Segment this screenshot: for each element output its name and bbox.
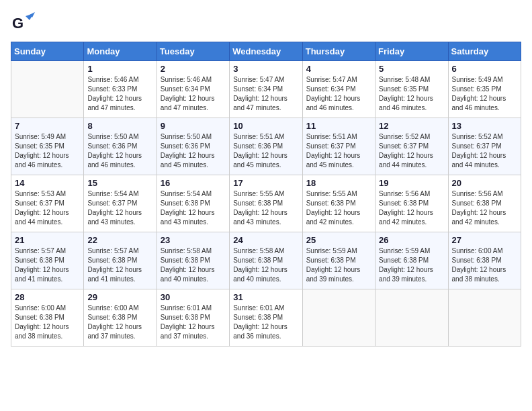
- calendar-cell: 8Sunrise: 5:50 AM Sunset: 6:36 PM Daylig…: [84, 118, 157, 175]
- calendar-header-row: SundayMondayTuesdayWednesdayThursdayFrid…: [11, 42, 521, 61]
- day-info: Sunrise: 5:51 AM Sunset: 6:37 PM Dayligh…: [306, 132, 371, 170]
- day-info: Sunrise: 5:47 AM Sunset: 6:34 PM Dayligh…: [233, 75, 298, 113]
- day-number: 27: [452, 235, 517, 245]
- day-number: 24: [233, 235, 298, 245]
- day-header-saturday: Saturday: [448, 42, 521, 61]
- calendar-cell: 9Sunrise: 5:50 AM Sunset: 6:36 PM Daylig…: [157, 118, 229, 175]
- day-number: 9: [161, 121, 226, 131]
- calendar-body: 1Sunrise: 5:46 AM Sunset: 6:33 PM Daylig…: [11, 61, 521, 347]
- day-number: 23: [161, 235, 226, 245]
- day-header-tuesday: Tuesday: [157, 42, 229, 61]
- calendar-cell: 2Sunrise: 5:46 AM Sunset: 6:34 PM Daylig…: [157, 61, 229, 118]
- day-number: 4: [306, 64, 371, 74]
- calendar-week-row: 14Sunrise: 5:53 AM Sunset: 6:37 PM Dayli…: [11, 175, 521, 232]
- day-info: Sunrise: 5:57 AM Sunset: 6:38 PM Dayligh…: [87, 246, 152, 284]
- day-number: 30: [161, 292, 226, 302]
- calendar-cell: 25Sunrise: 5:59 AM Sunset: 6:38 PM Dayli…: [302, 232, 375, 289]
- calendar-cell: 27Sunrise: 6:00 AM Sunset: 6:38 PM Dayli…: [448, 232, 521, 289]
- day-info: Sunrise: 5:49 AM Sunset: 6:35 PM Dayligh…: [452, 75, 517, 113]
- day-info: Sunrise: 6:00 AM Sunset: 6:38 PM Dayligh…: [87, 304, 152, 341]
- calendar-cell: 13Sunrise: 5:52 AM Sunset: 6:37 PM Dayli…: [448, 118, 521, 175]
- day-number: 13: [452, 121, 517, 131]
- calendar-cell: 14Sunrise: 5:53 AM Sunset: 6:37 PM Dayli…: [11, 175, 84, 232]
- day-info: Sunrise: 5:59 AM Sunset: 6:38 PM Dayligh…: [306, 246, 371, 284]
- calendar-cell: 24Sunrise: 5:58 AM Sunset: 6:38 PM Dayli…: [230, 232, 302, 289]
- calendar-cell: 31Sunrise: 6:01 AM Sunset: 6:38 PM Dayli…: [230, 289, 302, 347]
- calendar-cell: 3Sunrise: 5:47 AM Sunset: 6:34 PM Daylig…: [230, 61, 302, 118]
- calendar-cell: 5Sunrise: 5:48 AM Sunset: 6:35 PM Daylig…: [375, 61, 448, 118]
- day-number: 14: [15, 178, 80, 188]
- calendar-cell: 6Sunrise: 5:49 AM Sunset: 6:35 PM Daylig…: [448, 61, 521, 118]
- page-header: G: [11, 11, 521, 35]
- day-info: Sunrise: 5:50 AM Sunset: 6:36 PM Dayligh…: [161, 132, 226, 170]
- day-number: 3: [233, 64, 298, 74]
- calendar-cell: 16Sunrise: 5:54 AM Sunset: 6:38 PM Dayli…: [157, 175, 229, 232]
- day-info: Sunrise: 5:58 AM Sunset: 6:38 PM Dayligh…: [233, 246, 298, 284]
- day-info: Sunrise: 5:53 AM Sunset: 6:37 PM Dayligh…: [15, 189, 80, 227]
- day-number: 17: [233, 178, 298, 188]
- day-number: 16: [161, 178, 226, 188]
- calendar-cell: 11Sunrise: 5:51 AM Sunset: 6:37 PM Dayli…: [302, 118, 375, 175]
- calendar-cell: [375, 289, 448, 347]
- day-number: 18: [306, 178, 371, 188]
- day-info: Sunrise: 6:01 AM Sunset: 6:38 PM Dayligh…: [233, 304, 298, 341]
- calendar-cell: 22Sunrise: 5:57 AM Sunset: 6:38 PM Dayli…: [84, 232, 157, 289]
- day-number: 20: [452, 178, 517, 188]
- day-header-wednesday: Wednesday: [230, 42, 302, 61]
- calendar-cell: [448, 289, 521, 347]
- svg-text:G: G: [12, 15, 24, 32]
- calendar-cell: 28Sunrise: 6:00 AM Sunset: 6:38 PM Dayli…: [11, 289, 84, 347]
- day-info: Sunrise: 5:56 AM Sunset: 6:38 PM Dayligh…: [379, 189, 444, 227]
- calendar-cell: 19Sunrise: 5:56 AM Sunset: 6:38 PM Dayli…: [375, 175, 448, 232]
- calendar-cell: 23Sunrise: 5:58 AM Sunset: 6:38 PM Dayli…: [157, 232, 229, 289]
- day-number: 26: [379, 235, 444, 245]
- day-info: Sunrise: 5:47 AM Sunset: 6:34 PM Dayligh…: [306, 75, 371, 113]
- calendar-cell: 1Sunrise: 5:46 AM Sunset: 6:33 PM Daylig…: [84, 61, 157, 118]
- calendar-table: SundayMondayTuesdayWednesdayThursdayFrid…: [11, 42, 521, 347]
- day-number: 11: [306, 121, 371, 131]
- day-info: Sunrise: 5:52 AM Sunset: 6:37 PM Dayligh…: [452, 132, 517, 170]
- day-info: Sunrise: 5:58 AM Sunset: 6:38 PM Dayligh…: [161, 246, 226, 284]
- day-number: 22: [87, 235, 152, 245]
- day-number: 6: [452, 64, 517, 74]
- day-number: 2: [161, 64, 226, 74]
- day-number: 25: [306, 235, 371, 245]
- day-number: 21: [15, 235, 80, 245]
- day-info: Sunrise: 6:00 AM Sunset: 6:38 PM Dayligh…: [15, 304, 80, 341]
- day-info: Sunrise: 5:54 AM Sunset: 6:37 PM Dayligh…: [87, 189, 152, 227]
- logo-icon: G: [11, 11, 35, 35]
- day-info: Sunrise: 5:54 AM Sunset: 6:38 PM Dayligh…: [161, 189, 226, 227]
- calendar-cell: 15Sunrise: 5:54 AM Sunset: 6:37 PM Dayli…: [84, 175, 157, 232]
- day-header-friday: Friday: [375, 42, 448, 61]
- calendar-week-row: 28Sunrise: 6:00 AM Sunset: 6:38 PM Dayli…: [11, 289, 521, 347]
- day-info: Sunrise: 5:51 AM Sunset: 6:36 PM Dayligh…: [233, 132, 298, 170]
- day-info: Sunrise: 5:46 AM Sunset: 6:34 PM Dayligh…: [161, 75, 226, 113]
- day-number: 12: [379, 121, 444, 131]
- calendar-week-row: 1Sunrise: 5:46 AM Sunset: 6:33 PM Daylig…: [11, 61, 521, 118]
- calendar-cell: 18Sunrise: 5:55 AM Sunset: 6:38 PM Dayli…: [302, 175, 375, 232]
- day-number: 1: [87, 64, 152, 74]
- day-info: Sunrise: 6:01 AM Sunset: 6:38 PM Dayligh…: [161, 304, 226, 341]
- day-number: 15: [87, 178, 152, 188]
- day-header-thursday: Thursday: [302, 42, 375, 61]
- day-header-monday: Monday: [84, 42, 157, 61]
- day-number: 8: [87, 121, 152, 131]
- calendar-cell: 20Sunrise: 5:56 AM Sunset: 6:38 PM Dayli…: [448, 175, 521, 232]
- calendar-week-row: 21Sunrise: 5:57 AM Sunset: 6:38 PM Dayli…: [11, 232, 521, 289]
- day-info: Sunrise: 5:55 AM Sunset: 6:38 PM Dayligh…: [233, 189, 298, 227]
- day-info: Sunrise: 5:57 AM Sunset: 6:38 PM Dayligh…: [15, 246, 80, 284]
- logo: G: [11, 11, 38, 35]
- day-number: 29: [87, 292, 152, 302]
- day-info: Sunrise: 5:59 AM Sunset: 6:38 PM Dayligh…: [379, 246, 444, 284]
- day-number: 5: [379, 64, 444, 74]
- calendar-cell: [302, 289, 375, 347]
- day-number: 19: [379, 178, 444, 188]
- day-info: Sunrise: 5:52 AM Sunset: 6:37 PM Dayligh…: [379, 132, 444, 170]
- calendar-cell: 17Sunrise: 5:55 AM Sunset: 6:38 PM Dayli…: [230, 175, 302, 232]
- calendar-cell: 26Sunrise: 5:59 AM Sunset: 6:38 PM Dayli…: [375, 232, 448, 289]
- calendar-cell: [11, 61, 84, 118]
- day-info: Sunrise: 5:50 AM Sunset: 6:36 PM Dayligh…: [87, 132, 152, 170]
- calendar-cell: 21Sunrise: 5:57 AM Sunset: 6:38 PM Dayli…: [11, 232, 84, 289]
- day-info: Sunrise: 5:49 AM Sunset: 6:35 PM Dayligh…: [15, 132, 80, 170]
- day-info: Sunrise: 5:46 AM Sunset: 6:33 PM Dayligh…: [87, 75, 152, 113]
